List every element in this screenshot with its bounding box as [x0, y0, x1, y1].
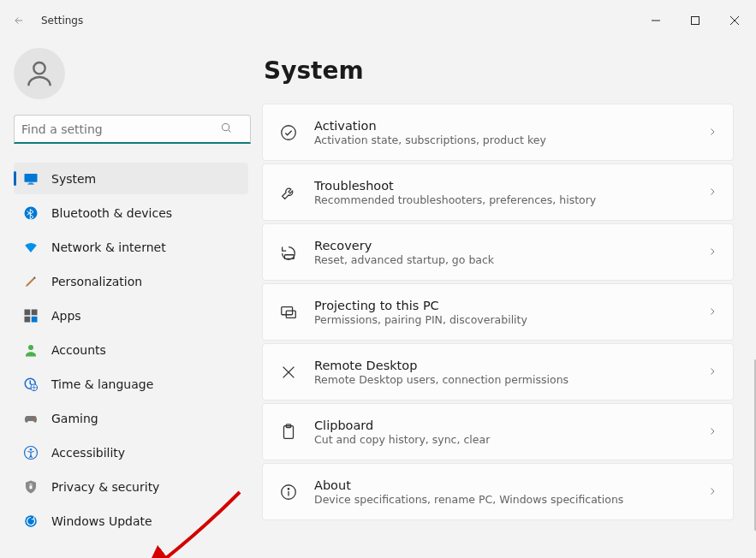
sidebar-item-label: Network & internet — [51, 240, 166, 254]
card-title: Projecting to this PC — [314, 299, 692, 312]
svg-line-6 — [229, 130, 231, 133]
svg-rect-7 — [25, 174, 38, 182]
user-avatar[interactable] — [14, 48, 65, 99]
settings-card-recovery[interactable]: RecoveryReset, advanced startup, go back — [262, 223, 734, 281]
settings-card-activation[interactable]: ActivationActivation state, subscription… — [262, 104, 734, 161]
sidebar-item-label: Apps — [51, 309, 81, 323]
svg-rect-13 — [25, 316, 31, 322]
sidebar-item-label: Time & language — [51, 377, 153, 391]
settings-card-remote-desktop[interactable]: Remote DesktopRemote Desktop users, conn… — [262, 343, 734, 401]
shield-icon — [23, 479, 39, 495]
minimize-button[interactable] — [636, 7, 676, 34]
sidebar-item-label: Bluetooth & devices — [51, 206, 172, 220]
chevron-right-icon — [707, 124, 717, 140]
sidebar-item-network[interactable]: Network & internet — [14, 231, 248, 263]
svg-rect-12 — [32, 309, 38, 315]
card-subtitle: Device specifications, rename PC, Window… — [314, 493, 692, 506]
sidebar-item-label: System — [51, 172, 96, 186]
recovery-icon — [278, 242, 299, 263]
nav-list: System Bluetooth & devices Network & int… — [14, 163, 248, 537]
maximize-button[interactable] — [676, 7, 715, 34]
page-heading: System — [264, 56, 734, 85]
svg-point-19 — [34, 418, 36, 419]
svg-point-18 — [33, 417, 34, 418]
person-icon — [23, 342, 39, 358]
sidebar-item-label: Privacy & security — [51, 480, 159, 494]
svg-rect-11 — [25, 309, 31, 315]
sidebar-item-time-language[interactable]: Time & language — [14, 368, 248, 400]
settings-card-troubleshoot[interactable]: TroubleshootRecommended troubleshooters,… — [262, 163, 734, 221]
sidebar-item-privacy[interactable]: Privacy & security — [14, 471, 248, 502]
card-title: Recovery — [314, 239, 692, 252]
sidebar: System Bluetooth & devices Network & int… — [0, 41, 257, 558]
card-subtitle: Recommended troubleshooters, preferences… — [314, 193, 692, 206]
sidebar-item-label: Accounts — [51, 343, 106, 357]
close-button[interactable] — [715, 7, 754, 34]
settings-card-about[interactable]: AboutDevice specifications, rename PC, W… — [262, 463, 734, 520]
bluetooth-icon — [23, 205, 39, 221]
chevron-right-icon — [707, 304, 717, 320]
sidebar-item-system[interactable]: System — [14, 163, 248, 194]
project-icon — [278, 302, 299, 323]
sidebar-item-label: Windows Update — [51, 514, 152, 528]
remote-icon — [278, 362, 299, 383]
update-icon — [23, 513, 39, 529]
chevron-right-icon — [707, 244, 717, 260]
svg-point-10 — [25, 206, 38, 219]
display-icon — [23, 171, 39, 187]
sidebar-item-windows-update[interactable]: Windows Update — [14, 505, 248, 537]
sidebar-item-personalization[interactable]: Personalization — [14, 265, 248, 297]
card-subtitle: Cut and copy history, sync, clear — [314, 433, 692, 446]
svg-point-21 — [30, 448, 33, 450]
svg-rect-22 — [30, 485, 33, 489]
sidebar-item-label: Gaming — [51, 412, 98, 425]
paintbrush-icon — [23, 274, 39, 289]
card-subtitle: Reset, advanced startup, go back — [314, 253, 692, 266]
check-circle-icon — [278, 122, 299, 143]
card-subtitle: Remote Desktop users, connection permiss… — [314, 373, 692, 386]
search-icon — [220, 122, 233, 138]
card-subtitle: Permissions, pairing PIN, discoverabilit… — [314, 313, 692, 326]
sidebar-item-gaming[interactable]: Gaming — [14, 402, 248, 434]
chevron-right-icon — [707, 184, 717, 200]
svg-point-15 — [28, 345, 33, 350]
apps-icon — [23, 308, 39, 324]
svg-point-32 — [288, 488, 289, 489]
sidebar-item-apps[interactable]: Apps — [14, 300, 248, 331]
accessibility-icon — [23, 445, 39, 460]
svg-rect-1 — [692, 17, 699, 25]
chevron-right-icon — [707, 484, 717, 500]
search-input[interactable] — [14, 115, 251, 144]
sidebar-item-accounts[interactable]: Accounts — [14, 334, 248, 365]
settings-card-projecting[interactable]: Projecting to this PCPermissions, pairin… — [262, 283, 734, 341]
svg-rect-8 — [29, 182, 33, 183]
main-content: System ActivationActivation state, subsc… — [257, 41, 756, 558]
clock-globe-icon — [23, 377, 39, 392]
titlebar: Settings — [0, 0, 756, 41]
back-button[interactable] — [7, 9, 31, 33]
card-subtitle: Activation state, subscriptions, product… — [314, 134, 692, 146]
gamepad-icon — [23, 411, 39, 426]
card-title: Remote Desktop — [314, 359, 692, 372]
info-icon — [278, 482, 299, 502]
card-title: About — [314, 478, 692, 492]
chevron-right-icon — [707, 424, 717, 440]
card-title: Activation — [314, 119, 692, 133]
chevron-right-icon — [707, 364, 717, 380]
clipboard-icon — [278, 422, 299, 442]
wifi-icon — [23, 240, 39, 255]
window-title: Settings — [41, 15, 83, 27]
svg-rect-9 — [27, 183, 34, 184]
svg-point-24 — [282, 125, 296, 140]
sidebar-item-accessibility[interactable]: Accessibility — [14, 436, 248, 468]
sidebar-item-bluetooth[interactable]: Bluetooth & devices — [14, 197, 248, 229]
settings-card-clipboard[interactable]: ClipboardCut and copy history, sync, cle… — [262, 403, 734, 460]
svg-point-4 — [33, 62, 45, 74]
search-box[interactable] — [14, 115, 248, 144]
sidebar-item-label: Accessibility — [51, 446, 125, 460]
card-title: Clipboard — [314, 418, 692, 432]
wrench-icon — [278, 182, 299, 203]
svg-point-5 — [223, 124, 229, 131]
sidebar-item-label: Personalization — [51, 275, 142, 288]
card-title: Troubleshoot — [314, 179, 692, 193]
